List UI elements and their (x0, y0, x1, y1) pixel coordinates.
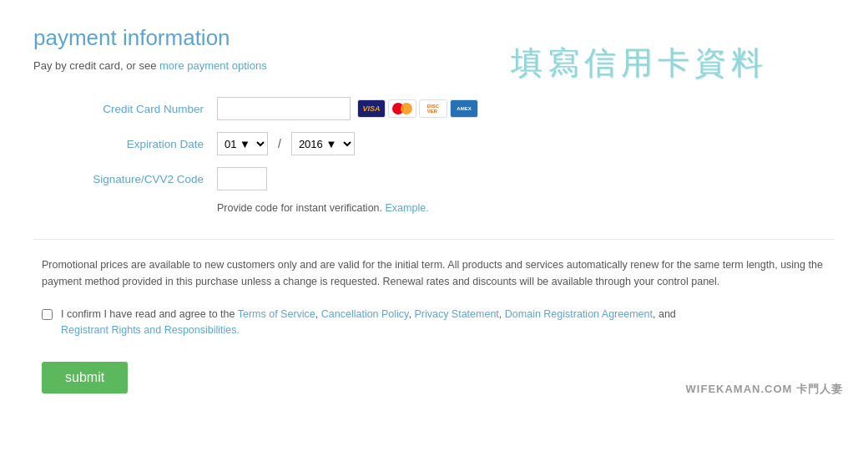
credit-card-label: Credit Card Number (50, 103, 217, 115)
cvv-hint: Provide code for instant verification. E… (50, 202, 835, 214)
subtitle: Pay by credit card, or see more payment … (33, 59, 835, 72)
discover-icon: DISCVER (419, 99, 447, 118)
mastercard-icon (388, 99, 416, 118)
agreement-text-before: I confirm I have read and agree to the (61, 308, 235, 320)
section-divider (33, 239, 835, 240)
privacy-link[interactable]: Privacy Statement (414, 308, 498, 320)
payment-form: Credit Card Number VISA DISCVER AMEX Exp… (33, 97, 835, 214)
promo-text: Promotional prices are available to new … (33, 256, 835, 290)
expiration-row: Expiration Date 01 ▼ 02 03 04 05 06 07 0… (50, 132, 835, 155)
credit-card-input[interactable] (217, 97, 351, 120)
expiration-month-select[interactable]: 01 ▼ 02 03 04 05 06 07 08 09 10 11 12 (217, 132, 268, 155)
expiration-field: 01 ▼ 02 03 04 05 06 07 08 09 10 11 12 / … (217, 132, 355, 155)
cvv-example-link[interactable]: Example. (386, 202, 429, 214)
agreement-label: I confirm I have read and agree to the T… (61, 307, 676, 338)
domain-link[interactable]: Domain Registration Agreement (505, 308, 653, 320)
expiration-label: Expiration Date (50, 138, 217, 150)
visa-icon: VISA (357, 99, 386, 118)
cancellation-link[interactable]: Cancellation Policy (321, 308, 409, 320)
expiration-year-select[interactable]: 2016 ▼ 2017 2018 2019 2020 2021 2022 202… (291, 132, 355, 155)
credit-card-row: Credit Card Number VISA DISCVER AMEX (50, 97, 835, 120)
terms-link[interactable]: Terms of Service (238, 308, 315, 320)
cvv-label: Signature/CVV2 Code (50, 173, 217, 185)
agreement-and: and (659, 308, 676, 320)
page-title: payment information (33, 25, 835, 51)
cvv-field (217, 167, 267, 190)
payment-options-link[interactable]: more payment options (159, 59, 267, 72)
cvv-row: Signature/CVV2 Code (50, 167, 835, 190)
expiry-separator: / (278, 137, 281, 150)
agreement-row: I confirm I have read and agree to the T… (33, 307, 835, 338)
cvv-hint-text: Provide code for instant verification. (217, 202, 382, 214)
card-icons: VISA DISCVER AMEX (357, 99, 478, 118)
amex-icon: AMEX (450, 99, 478, 118)
cvv-input[interactable] (217, 167, 267, 190)
credit-card-field: VISA DISCVER AMEX (217, 97, 478, 120)
registrant-link[interactable]: Registrant Rights and Responsibilities. (61, 324, 240, 336)
subtitle-text: Pay by credit card, or see (33, 59, 156, 72)
footer-watermark: WIFEKAMAN.COM 卡門人妻 (686, 382, 843, 397)
submit-button[interactable]: submit (42, 362, 128, 393)
agreement-checkbox[interactable] (42, 309, 53, 320)
